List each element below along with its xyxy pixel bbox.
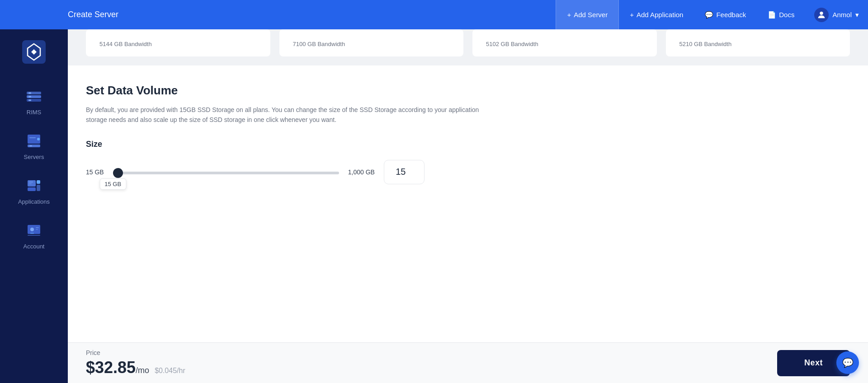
svg-rect-21 xyxy=(30,233,34,234)
sidebar-item-account[interactable]: Account xyxy=(0,213,68,258)
account-icon xyxy=(25,221,43,239)
svg-rect-13 xyxy=(28,180,36,187)
docs-icon: 📄 xyxy=(768,11,776,19)
svg-rect-7 xyxy=(28,100,31,101)
svg-rect-5 xyxy=(28,93,31,94)
plus-icon: + xyxy=(567,11,571,19)
svg-rect-15 xyxy=(37,180,40,184)
svg-rect-23 xyxy=(36,229,38,230)
add-application-button[interactable]: + Add Application xyxy=(619,0,694,29)
chat-icon: 💬 xyxy=(842,357,854,368)
set-data-volume-section: Set Data Volume By default, you are prov… xyxy=(68,65,868,342)
size-heading: Size xyxy=(86,140,850,149)
storage-slider-container: 15 GB xyxy=(113,168,339,176)
slider-row: 15 GB 15 GB 1,000 GB xyxy=(86,160,850,184)
svg-rect-6 xyxy=(28,96,31,98)
avatar xyxy=(814,8,829,22)
svg-rect-18 xyxy=(29,183,32,184)
storage-size-input[interactable] xyxy=(384,160,425,184)
user-menu-button[interactable]: Anmol ▾ xyxy=(805,0,868,29)
svg-rect-16 xyxy=(37,185,40,191)
svg-rect-22 xyxy=(36,227,39,228)
docs-button[interactable]: 📄 Docs xyxy=(757,0,805,29)
feedback-button[interactable]: 💬 Feedback xyxy=(694,0,757,29)
price-hourly: $0.045/hr xyxy=(155,367,185,375)
bandwidth-cards-row: 5144 GB Bandwidth 7100 GB Bandwidth 5102… xyxy=(68,29,868,65)
sidebar-item-servers[interactable]: Servers xyxy=(0,124,68,168)
bottom-bar: Price $32.85/mo $0.045/hr Next xyxy=(68,342,868,383)
price-section: Price $32.85/mo $0.045/hr xyxy=(86,349,777,377)
rims-icon xyxy=(25,87,43,105)
top-navigation: Create Server + Add Server + Add Applica… xyxy=(0,0,868,29)
bandwidth-card-2: 5102 GB Bandwidth xyxy=(472,29,657,56)
bandwidth-card-1: 7100 GB Bandwidth xyxy=(279,29,464,56)
nav-actions: + Add Server + Add Application 💬 Feedbac… xyxy=(556,0,868,29)
price-label: Price xyxy=(86,349,777,356)
storage-slider[interactable] xyxy=(113,172,339,174)
price-monthly: $32.85/mo xyxy=(86,358,149,377)
price-main: $32.85/mo $0.045/hr xyxy=(86,358,777,377)
section-title: Set Data Volume xyxy=(86,84,850,98)
bandwidth-card-0: 5144 GB Bandwidth xyxy=(86,29,270,56)
svg-rect-17 xyxy=(29,182,33,182)
page-title: Create Server xyxy=(68,10,118,19)
section-description: By default, you are provided with 15GB S… xyxy=(86,105,493,125)
svg-rect-24 xyxy=(28,235,40,236)
content-area: 5144 GB Bandwidth 7100 GB Bandwidth 5102… xyxy=(68,29,868,383)
svg-point-20 xyxy=(30,228,34,231)
sidebar: RIMS Servers xyxy=(0,29,68,383)
sidebar-item-rims[interactable]: RIMS xyxy=(0,79,68,124)
feedback-icon: 💬 xyxy=(705,11,713,19)
svg-point-10 xyxy=(37,138,40,140)
sidebar-item-applications[interactable]: Applications xyxy=(0,168,68,213)
svg-rect-12 xyxy=(29,145,32,146)
svg-rect-14 xyxy=(28,187,36,191)
slider-tooltip: 15 GB xyxy=(99,178,126,190)
chat-bubble-button[interactable]: 💬 xyxy=(836,351,859,374)
slider-min-label: 15 GB xyxy=(86,168,104,176)
applications-icon xyxy=(25,177,43,195)
chevron-down-icon: ▾ xyxy=(855,11,859,19)
logo xyxy=(20,38,47,65)
servers-icon xyxy=(25,132,43,150)
slider-max-label: 1,000 GB xyxy=(348,168,375,176)
svg-rect-11 xyxy=(29,137,36,138)
add-server-button[interactable]: + Add Server xyxy=(556,0,619,29)
svg-point-0 xyxy=(820,11,823,14)
bandwidth-card-3: 5210 GB Bandwidth xyxy=(666,29,850,56)
main-layout: RIMS Servers xyxy=(0,29,868,383)
plus-icon: + xyxy=(630,11,634,19)
